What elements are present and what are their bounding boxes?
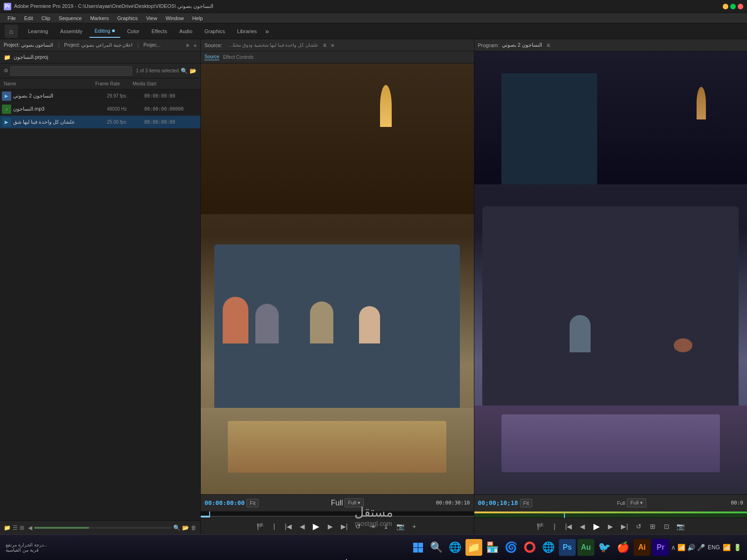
menu-graphics[interactable]: Graphics	[113, 14, 141, 22]
item-fps-0: 29.97 fps	[107, 93, 144, 98]
source-mark-out[interactable]: |	[268, 521, 280, 532]
maximize-button[interactable]	[730, 4, 736, 9]
menu-clip[interactable]: Clip	[38, 14, 54, 22]
menu-window[interactable]: Window	[162, 14, 188, 22]
prog-play[interactable]: ▶	[591, 521, 602, 532]
sys-lang[interactable]: ENG	[708, 544, 720, 551]
menu-help[interactable]: Help	[189, 14, 207, 22]
tab-assembly[interactable]: Assembly	[55, 25, 88, 38]
source-play[interactable]: ▶	[310, 521, 322, 532]
taskbar-browser-icon[interactable]: 🌐	[447, 539, 464, 556]
prog-mark-out[interactable]: |	[549, 521, 560, 532]
source-step-fwd[interactable]: ▶|	[338, 521, 350, 532]
source-camera[interactable]: 📷	[395, 521, 406, 532]
program-panel-menu[interactable]: ≡	[547, 42, 550, 49]
source-panel-more[interactable]: »	[331, 42, 334, 49]
search-icon[interactable]: 🔍	[181, 68, 188, 74]
taskbar-au-icon[interactable]: Au	[578, 539, 594, 556]
prog-next-frame[interactable]: ▶	[605, 521, 616, 532]
close-button[interactable]	[738, 4, 743, 9]
source-step-back[interactable]: |◀	[282, 521, 294, 532]
taskbar-opera-icon[interactable]: ⭕	[521, 539, 538, 556]
item-start-0: 00:00:00:00	[144, 93, 200, 98]
delete-icon[interactable]: 🗑	[191, 525, 197, 531]
prog-prev-frame[interactable]: ◀	[577, 521, 588, 532]
tray-volume[interactable]: 🔊	[687, 544, 695, 551]
prog-step-fwd[interactable]: ▶|	[619, 521, 630, 532]
taskbar-app3[interactable]: 🍎	[615, 539, 632, 556]
program-full-select[interactable]: Full ▾	[627, 498, 646, 507]
project-tab-1[interactable]: Project: النساجون بصوتي	[4, 42, 53, 48]
minimize-button[interactable]	[723, 4, 728, 9]
menu-view[interactable]: View	[142, 14, 161, 22]
project-tab-3[interactable]: Projec...	[143, 42, 161, 48]
taskbar-pr-icon[interactable]: Pr	[652, 539, 669, 556]
project-item-1[interactable]: ♪ النساجون.mp3 48000 Hz 00:00:00:00000	[0, 103, 200, 116]
wifi-icon[interactable]: 📶	[723, 544, 731, 551]
project-tab-2[interactable]: Project: اعلان جبنة المراعي بصوتي	[64, 42, 133, 48]
taskbar-search-icon[interactable]: 🔍	[428, 539, 445, 556]
effects-controls-tab[interactable]: Effect Controls	[223, 55, 254, 60]
prog-multi-cam[interactable]: ⊡	[661, 521, 672, 532]
source-prev-frame[interactable]: ◀	[296, 521, 308, 532]
battery-icon[interactable]: 🔋	[733, 544, 741, 551]
source-tab-active[interactable]: Source	[204, 54, 219, 60]
home-icon[interactable]: ⌂	[5, 25, 18, 38]
prog-camera[interactable]: 📷	[675, 521, 686, 532]
source-timeline-bar[interactable]	[201, 511, 474, 518]
tray-mic[interactable]: 🎤	[697, 544, 705, 551]
more-tabs-button[interactable]: »	[265, 28, 269, 35]
taskbar-app2[interactable]: 🐦	[596, 539, 613, 556]
taskbar-store-icon[interactable]: 🏪	[484, 539, 501, 556]
tab-color[interactable]: Color	[121, 25, 145, 38]
tab-editing[interactable]: Editing	[89, 25, 121, 38]
source-mark-in[interactable]: 🏴	[254, 521, 266, 532]
item-start-2: 00:00:00:00	[144, 119, 200, 125]
prog-safe-margins[interactable]: ⊞	[647, 521, 658, 532]
menu-markers[interactable]: Markers	[86, 14, 113, 22]
free-space-icon[interactable]: ◀	[28, 525, 32, 531]
search-input[interactable]	[10, 66, 132, 76]
tab-audio[interactable]: Audio	[174, 25, 198, 38]
new-folder-icon[interactable]: 📂	[182, 525, 189, 531]
folder-btn[interactable]: 📂	[190, 68, 197, 74]
source-panel-menu[interactable]: ≡	[323, 42, 326, 49]
tab-graphics[interactable]: Graphics	[199, 25, 231, 38]
person-2	[255, 304, 279, 343]
menu-file[interactable]: File	[4, 14, 20, 22]
source-plus[interactable]: +	[409, 521, 420, 532]
taskbar-ai-icon[interactable]: Ai	[634, 539, 650, 556]
taskbar-right: ∧ 📶 🔊 🎤 ENG 📶 🔋	[671, 544, 741, 551]
tray-network[interactable]: 📶	[677, 544, 685, 551]
taskbar-left: درجة الحرارة مرتفع... قرية من القياسية	[6, 542, 408, 553]
tab-learning[interactable]: Learning	[22, 25, 54, 38]
list-view-icon[interactable]: ☰	[13, 525, 18, 531]
icon-view-icon[interactable]: ⊞	[20, 525, 24, 531]
taskbar-chrome-icon[interactable]: 🌐	[540, 539, 557, 556]
menu-edit[interactable]: Edit	[21, 14, 37, 22]
panel-more-icon[interactable]: »	[194, 42, 197, 48]
source-next-frame[interactable]: ▶	[324, 521, 336, 532]
program-timecode[interactable]: 00;00;10;18	[478, 499, 518, 506]
prog-mark-in[interactable]: 🏴	[535, 521, 546, 532]
prog-step-back[interactable]: |◀	[563, 521, 574, 532]
program-timeline-bar[interactable]	[474, 511, 747, 518]
tab-effects[interactable]: Effects	[146, 25, 172, 38]
project-item-0[interactable]: ▶ النساجون 2 بصوتي 29.97 fps 00:00:00:00	[0, 90, 200, 103]
panel-menu-icon[interactable]: ≡	[186, 42, 189, 48]
search-proj-icon[interactable]: 🔍	[173, 525, 180, 531]
taskbar-ps-icon[interactable]: Ps	[559, 539, 576, 556]
tab-libraries[interactable]: Libraries	[232, 25, 262, 38]
source-timecode[interactable]: 00:00:00:00	[204, 499, 245, 506]
menu-sequence[interactable]: Sequence	[55, 14, 86, 22]
tray-arrow[interactable]: ∧	[671, 544, 676, 551]
program-fit-select[interactable]: Fit	[520, 499, 532, 507]
project-item-2[interactable]: ▶ علشان كل واحدة فينا ليها شق 25.00 fps …	[0, 116, 200, 129]
taskbar-files-icon[interactable]: 📁	[465, 539, 482, 556]
taskbar-app1[interactable]: 🌀	[503, 539, 520, 556]
prog-loop[interactable]: ↺	[633, 521, 644, 532]
new-bin-icon[interactable]: 📁	[4, 525, 11, 531]
scene-lamp	[380, 85, 392, 127]
windows-start-icon[interactable]	[409, 539, 426, 556]
source-fit-select[interactable]: Fit	[247, 499, 259, 507]
